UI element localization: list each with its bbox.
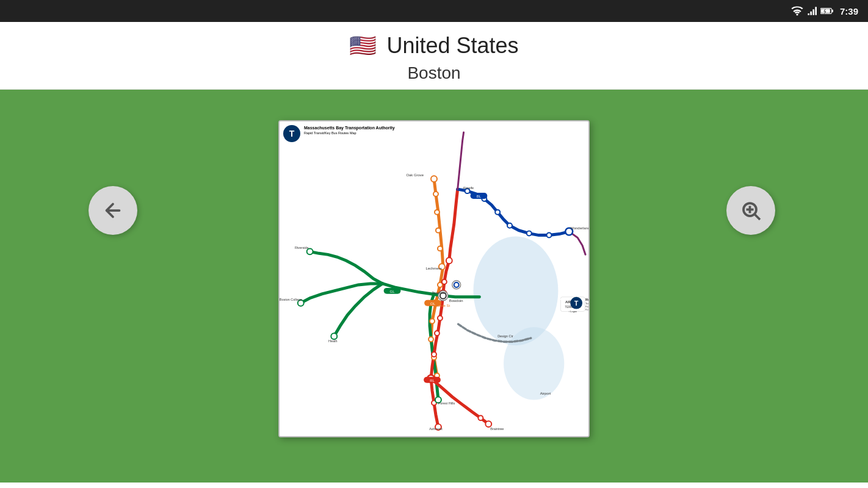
- svg-point-47: [527, 231, 532, 236]
- svg-text:RL: RL: [430, 379, 435, 382]
- svg-point-28: [430, 318, 435, 323]
- svg-point-20: [431, 176, 437, 182]
- search-zoom-icon: [740, 199, 762, 221]
- svg-text:Massachusetts Bay: Massachusetts Bay: [585, 298, 588, 301]
- svg-point-24: [438, 246, 443, 251]
- svg-point-42: [485, 421, 491, 427]
- svg-point-41: [478, 415, 483, 420]
- svg-rect-5: [832, 10, 833, 12]
- main-area: ! +: [0, 90, 868, 483]
- svg-text:Design Ctr: Design Ctr: [497, 334, 513, 338]
- svg-text:Routes Map: Routes Map: [585, 309, 588, 311]
- svg-text:↑ Logan: ↑ Logan: [568, 310, 577, 313]
- svg-text:BL: BL: [477, 195, 482, 198]
- back-icon: [102, 199, 124, 221]
- svg-point-51: [331, 333, 337, 339]
- svg-text:OL: OL: [430, 302, 436, 306]
- svg-text:GL: GL: [390, 290, 396, 293]
- svg-text:Transportation Authority: Transportation Authority: [585, 302, 588, 305]
- battery-icon: [820, 7, 834, 15]
- svg-point-32: [446, 257, 452, 264]
- back-button[interactable]: [89, 186, 137, 235]
- svg-text:Wonderland: Wonderland: [570, 226, 588, 230]
- svg-point-18: [473, 237, 558, 346]
- svg-text:Boston College: Boston College: [280, 298, 302, 301]
- svg-rect-0: [808, 13, 809, 15]
- svg-point-46: [507, 223, 512, 228]
- status-icons: [791, 6, 834, 16]
- svg-point-45: [495, 210, 500, 215]
- svg-line-14: [755, 215, 760, 220]
- svg-point-23: [436, 228, 441, 233]
- svg-text:Forest Hills: Forest Hills: [438, 401, 455, 405]
- svg-rect-3: [815, 7, 817, 15]
- svg-text:Airport: Airport: [540, 392, 551, 395]
- map-title-block: T Massachusetts Bay Transportation Autho…: [283, 125, 395, 142]
- svg-text:Lechmere: Lechmere: [425, 267, 442, 270]
- svg-rect-2: [812, 9, 814, 15]
- svg-point-48: [547, 233, 552, 238]
- country-name: United States: [386, 33, 518, 59]
- svg-point-21: [433, 192, 438, 196]
- sim-icon: [807, 6, 817, 16]
- svg-point-37: [432, 352, 436, 357]
- svg-text:Riverside: Riverside: [295, 246, 309, 249]
- map-title-text: Massachusetts Bay Transportation Authori…: [304, 125, 395, 135]
- map-container: Oak Grove Wonderland Alewife Boston Coll…: [278, 120, 590, 437]
- svg-text:Oak Grove: Oak Grove: [406, 173, 424, 177]
- header-title-row: 🇺🇸 United States: [349, 33, 518, 59]
- svg-text:T: T: [574, 300, 579, 307]
- svg-text:Rapid Transit/Key Bus: Rapid Transit/Key Bus: [585, 306, 588, 308]
- svg-point-35: [438, 316, 443, 321]
- svg-text:Heath: Heath: [328, 339, 338, 343]
- status-time: 7:39: [840, 6, 858, 16]
- svg-point-29: [429, 337, 433, 342]
- svg-rect-100: [560, 299, 561, 300]
- svg-point-36: [435, 331, 439, 336]
- svg-point-57: [454, 282, 459, 287]
- svg-point-22: [435, 210, 439, 215]
- svg-text:Ashmont: Ashmont: [429, 427, 443, 431]
- status-bar: 7:39: [0, 0, 868, 22]
- svg-rect-6: [821, 9, 830, 13]
- svg-rect-1: [810, 12, 812, 15]
- svg-text:Downtown: Downtown: [432, 292, 446, 295]
- svg-point-33: [442, 279, 447, 284]
- transit-map: Oak Grove Wonderland Alewife Boston Coll…: [280, 121, 588, 436]
- country-flag: 🇺🇸: [349, 33, 377, 59]
- city-name: Boston: [407, 63, 460, 83]
- mbta-logo: T: [283, 125, 300, 142]
- search-zoom-button[interactable]: [726, 186, 775, 235]
- svg-text:Bowdoin: Bowdoin: [449, 299, 463, 303]
- header: 🇺🇸 United States Boston: [0, 22, 868, 90]
- wifi-icon: [791, 6, 803, 16]
- svg-text:Braintree: Braintree: [490, 427, 504, 431]
- svg-text:Alewife: Alewife: [463, 186, 474, 190]
